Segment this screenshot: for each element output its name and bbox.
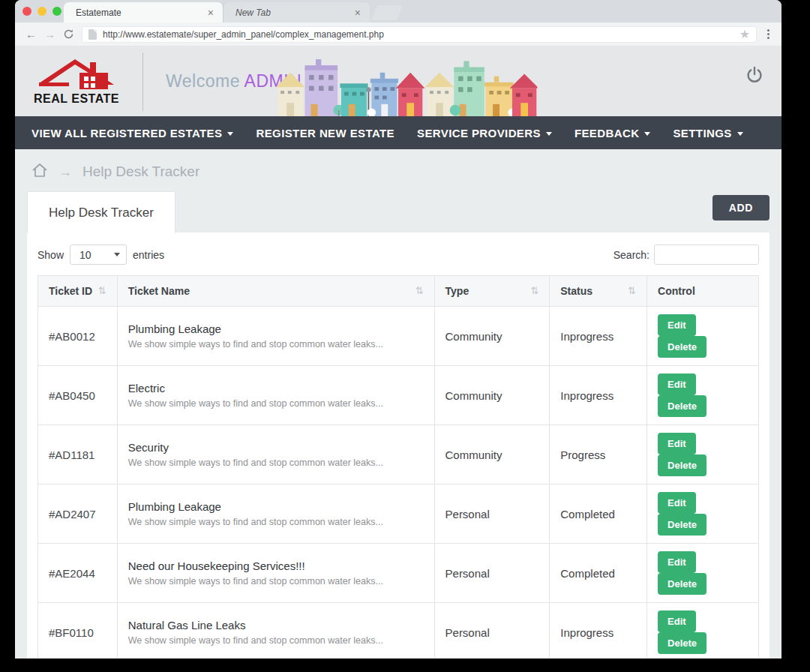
delete-button[interactable]: Delete <box>658 454 706 476</box>
url-text: http://www.estatemate/super_admin_panel/… <box>103 29 734 40</box>
back-icon[interactable]: ← <box>26 28 37 40</box>
nav-item-label: SETTINGS <box>673 127 731 140</box>
ticket-title: Natural Gas Line Leaks <box>128 619 424 632</box>
delete-button[interactable]: Delete <box>658 514 706 536</box>
add-button[interactable]: ADD <box>712 195 770 220</box>
nav-item-register-new-estate[interactable]: REGISTER NEW ESTATE <box>256 127 394 140</box>
real-estate-logo: REAL ESTATE <box>32 58 122 106</box>
tab-close-icon[interactable]: × <box>206 7 215 19</box>
edit-button[interactable]: Edit <box>658 551 696 573</box>
edit-button[interactable]: Edit <box>658 610 696 632</box>
close-window-button[interactable] <box>22 7 32 16</box>
ticket-row: #AB0012Plumbing LeakageWe show simple wa… <box>38 307 759 366</box>
delete-button[interactable]: Delete <box>658 573 706 595</box>
logo-text: REAL ESTATE <box>32 92 122 106</box>
sort-icon[interactable]: ⇅ <box>98 285 106 296</box>
ticket-description: We show simple ways to find and stop com… <box>128 398 424 409</box>
nav-item-settings[interactable]: SETTINGS <box>673 127 742 140</box>
edit-button[interactable]: Edit <box>658 314 696 336</box>
column-header-control: Control <box>647 276 759 307</box>
ticket-type: Personal <box>434 603 550 659</box>
tab-help-desk-tracker[interactable]: Help Desk Tracker <box>27 191 176 233</box>
ticket-name-cell: Natural Gas Line LeaksWe show simple way… <box>117 603 434 659</box>
nav-item-label: VIEW ALL REGISTERED ESTATES <box>32 127 222 140</box>
column-header-ticket-id[interactable]: Ticket ID⇅ <box>38 276 118 307</box>
ticket-name-cell: Plumbing LeakageWe show simple ways to f… <box>117 484 434 544</box>
ticket-status: Inprogress <box>550 603 647 659</box>
nav-item-feedback[interactable]: FEEDBACK <box>574 127 651 140</box>
ticket-status: Inprogress <box>550 307 647 366</box>
column-header-type[interactable]: Type⇅ <box>434 276 550 307</box>
page-size-value: 10 <box>80 249 92 261</box>
browser-window: Estatemate × New Tab × ← → http://www.es… <box>15 0 782 658</box>
chevron-down-icon <box>227 132 233 136</box>
nav-item-label: REGISTER NEW ESTATE <box>256 127 394 140</box>
zoom-window-button[interactable] <box>52 7 62 16</box>
browser-tab-newtab[interactable]: New Tab × <box>223 2 370 22</box>
ticket-status: Completed <box>550 544 647 603</box>
edit-button[interactable]: Edit <box>658 374 696 395</box>
ticket-id: #BF0110 <box>38 603 118 659</box>
ticket-row: #AD1181SecurityWe show simple ways to fi… <box>38 425 759 484</box>
bookmark-star-icon[interactable]: ★ <box>740 28 750 40</box>
new-tab-button[interactable] <box>371 5 402 20</box>
ticket-controls: EditDelete <box>647 484 759 544</box>
breadcrumb: → Help Desk Tracker <box>27 149 770 191</box>
minimize-window-button[interactable] <box>38 7 46 16</box>
ticket-type: Community <box>434 425 550 484</box>
show-label: Show <box>38 249 64 261</box>
sort-icon[interactable]: ⇅ <box>416 285 424 296</box>
delete-button[interactable]: Delete <box>658 336 706 358</box>
browser-tab-bar: Estatemate × New Tab × <box>15 0 782 22</box>
nav-item-label: FEEDBACK <box>574 127 640 140</box>
nav-item-service-providers[interactable]: SERVICE PROVIDERS <box>417 127 552 140</box>
ticket-type: Personal <box>434 484 550 544</box>
table-controls: Show 10 entries Search: <box>38 244 759 265</box>
column-header-status[interactable]: Status⇅ <box>550 276 647 307</box>
delete-button[interactable]: Delete <box>658 395 706 417</box>
ticket-description: We show simple ways to find and stop com… <box>128 635 424 646</box>
page-size-select[interactable]: 10 <box>70 244 127 265</box>
ticket-description: We show simple ways to find and stop com… <box>128 339 424 350</box>
ticket-controls: EditDelete <box>647 603 759 659</box>
table-body: #AB0012Plumbing LeakageWe show simple wa… <box>38 307 759 659</box>
ticket-controls: EditDelete <box>647 544 759 603</box>
browser-tab-estatemate[interactable]: Estatemate × <box>64 2 223 22</box>
main-nav: VIEW ALL REGISTERED ESTATESREGISTER NEW … <box>15 116 782 149</box>
breadcrumb-page-title: Help Desk Tracker <box>82 164 200 180</box>
ticket-row: #BF0110Natural Gas Line LeaksWe show sim… <box>38 603 759 659</box>
home-icon[interactable] <box>32 163 48 181</box>
chevron-down-icon <box>546 132 552 136</box>
nav-item-view-all-registered-estates[interactable]: VIEW ALL REGISTERED ESTATES <box>32 127 233 140</box>
power-logout-icon[interactable] <box>746 66 764 87</box>
ticket-title: Need our Housekeeping Services!!! <box>128 560 424 572</box>
ticket-id: #AB0450 <box>38 366 118 425</box>
houses-illustration <box>275 59 538 116</box>
ticket-status: Completed <box>550 484 647 544</box>
delete-button[interactable]: Delete <box>658 632 706 654</box>
column-header-ticket-name[interactable]: Ticket Name⇅ <box>117 276 434 307</box>
chevron-down-icon <box>644 132 650 136</box>
ticket-status: Progress <box>550 425 647 484</box>
ticket-name-cell: Need our Housekeeping Services!!!We show… <box>117 544 434 603</box>
browser-menu-icon[interactable] <box>764 29 772 39</box>
ticket-row: #AB0450ElectricWe show simple ways to fi… <box>38 366 759 425</box>
edit-button[interactable]: Edit <box>658 433 696 454</box>
forward-icon[interactable]: → <box>44 28 56 40</box>
ticket-type: Personal <box>434 544 550 603</box>
ticket-name-cell: Plumbing LeakageWe show simple ways to f… <box>117 307 434 366</box>
ticket-title: Security <box>128 441 424 454</box>
sort-icon[interactable]: ⇅ <box>530 285 538 296</box>
tab-close-icon[interactable]: × <box>353 7 362 19</box>
sort-icon[interactable]: ⇅ <box>628 285 636 296</box>
entries-label: entries <box>133 249 164 261</box>
ticket-type: Community <box>434 366 550 425</box>
chevron-down-icon <box>114 253 120 256</box>
edit-button[interactable]: Edit <box>658 492 696 514</box>
panel-tab-row: Help Desk Tracker ADD <box>27 191 770 233</box>
ticket-controls: EditDelete <box>647 307 759 366</box>
address-bar[interactable]: http://www.estatemate/super_admin_panel/… <box>82 26 757 43</box>
ticket-title: Electric <box>128 382 424 394</box>
reload-icon[interactable] <box>63 28 74 40</box>
search-input[interactable] <box>654 244 759 265</box>
